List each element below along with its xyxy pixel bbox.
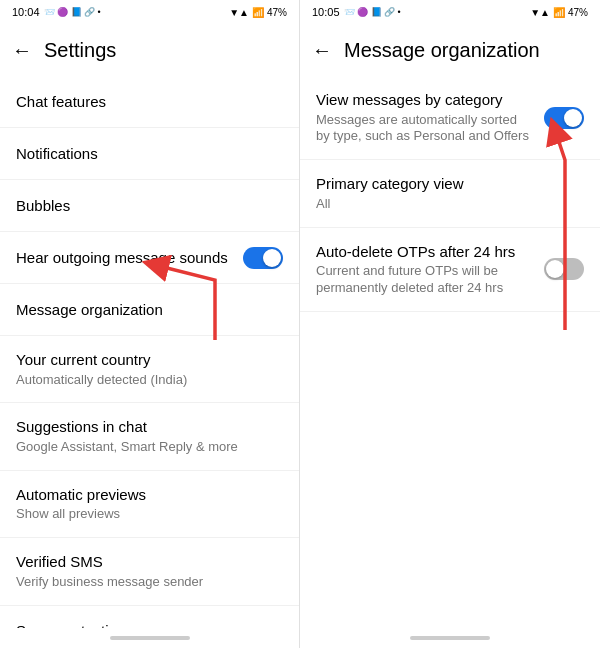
chat-features-label: Chat features bbox=[16, 92, 283, 112]
country-sublabel: Automatically detected (India) bbox=[16, 372, 283, 389]
spam-label: Spam protection bbox=[16, 621, 283, 628]
settings-item-auto-delete-otps[interactable]: Auto-delete OTPs after 24 hrs Current an… bbox=[300, 228, 600, 312]
toggle-knob bbox=[263, 249, 281, 267]
right-status-bar: 10:05 📨 🟣 📘 🔗 • ▼▲ 📶 47% bbox=[300, 0, 600, 24]
settings-item-chat-features[interactable]: Chat features bbox=[0, 76, 299, 128]
settings-item-primary-category[interactable]: Primary category view All bbox=[300, 160, 600, 227]
wifi-icon: ▼▲ bbox=[229, 7, 249, 18]
settings-item-notifications[interactable]: Notifications bbox=[0, 128, 299, 180]
bubbles-label: Bubbles bbox=[16, 196, 283, 216]
time-display: 10:04 bbox=[12, 6, 40, 18]
right-notification-icons: 📨 🟣 📘 🔗 • bbox=[344, 7, 401, 17]
settings-item-suggestions[interactable]: Suggestions in chat Google Assistant, Sm… bbox=[0, 403, 299, 470]
settings-item-bubbles[interactable]: Bubbles bbox=[0, 180, 299, 232]
left-status-time: 10:04 📨 🟣 📘 🔗 • bbox=[12, 6, 101, 18]
auto-delete-toggle-knob bbox=[546, 260, 564, 278]
hear-outgoing-toggle[interactable] bbox=[243, 247, 283, 269]
hear-outgoing-label: Hear outgoing message sounds bbox=[16, 248, 243, 268]
right-home-bar bbox=[410, 636, 490, 640]
app-container: 10:04 📨 🟣 📘 🔗 • ▼▲ 📶 47% ← Settings Chat… bbox=[0, 0, 600, 648]
back-button[interactable]: ← bbox=[8, 39, 36, 62]
settings-item-auto-previews[interactable]: Automatic previews Show all previews bbox=[0, 471, 299, 538]
home-bar bbox=[110, 636, 190, 640]
view-by-category-label: View messages by category bbox=[316, 90, 534, 110]
settings-item-hear-outgoing[interactable]: Hear outgoing message sounds bbox=[0, 232, 299, 284]
left-status-bar: 10:04 📨 🟣 📘 🔗 • ▼▲ 📶 47% bbox=[0, 0, 299, 24]
notifications-label: Notifications bbox=[16, 144, 283, 164]
primary-category-sublabel: All bbox=[316, 196, 584, 213]
auto-delete-label: Auto-delete OTPs after 24 hrs bbox=[316, 242, 534, 262]
verified-sms-sublabel: Verify business message sender bbox=[16, 574, 283, 591]
notification-icons: 📨 🟣 📘 🔗 • bbox=[44, 7, 101, 17]
auto-previews-sublabel: Show all previews bbox=[16, 506, 283, 523]
message-org-label: Message organization bbox=[16, 300, 283, 320]
left-status-icons: ▼▲ 📶 47% bbox=[229, 7, 287, 18]
verified-sms-label: Verified SMS bbox=[16, 552, 283, 572]
primary-category-label: Primary category view bbox=[316, 174, 584, 194]
settings-list: Chat features Notifications Bubbles Hear… bbox=[0, 76, 299, 628]
suggestions-label: Suggestions in chat bbox=[16, 417, 283, 437]
view-by-category-toggle[interactable] bbox=[544, 107, 584, 129]
right-signal-icon: 📶 bbox=[553, 7, 565, 18]
message-org-title: Message organization bbox=[344, 39, 540, 62]
auto-delete-toggle[interactable] bbox=[544, 258, 584, 280]
suggestions-sublabel: Google Assistant, Smart Reply & more bbox=[16, 439, 283, 456]
right-battery-display: 47% bbox=[568, 7, 588, 18]
right-wifi-icon: ▼▲ bbox=[530, 7, 550, 18]
battery-display: 47% bbox=[267, 7, 287, 18]
message-org-panel: 10:05 📨 🟣 📘 🔗 • ▼▲ 📶 47% ← Message organ… bbox=[300, 0, 600, 648]
settings-item-message-org[interactable]: Message organization bbox=[0, 284, 299, 336]
country-label: Your current country bbox=[16, 350, 283, 370]
right-time-display: 10:05 bbox=[312, 6, 340, 18]
view-category-toggle-knob bbox=[564, 109, 582, 127]
settings-item-spam[interactable]: Spam protection bbox=[0, 606, 299, 628]
auto-previews-label: Automatic previews bbox=[16, 485, 283, 505]
auto-delete-sublabel: Current and future OTPs will be permanen… bbox=[316, 263, 534, 297]
settings-item-view-by-category[interactable]: View messages by category Messages are a… bbox=[300, 76, 600, 160]
right-home-indicator bbox=[300, 628, 600, 648]
view-by-category-sublabel: Messages are automatically sorted by typ… bbox=[316, 112, 534, 146]
message-org-list: View messages by category Messages are a… bbox=[300, 76, 600, 628]
right-back-button[interactable]: ← bbox=[308, 39, 336, 62]
signal-icon: 📶 bbox=[252, 7, 264, 18]
settings-item-country[interactable]: Your current country Automatically detec… bbox=[0, 336, 299, 403]
left-header: ← Settings bbox=[0, 24, 299, 76]
left-home-indicator bbox=[0, 628, 299, 648]
settings-item-verified-sms[interactable]: Verified SMS Verify business message sen… bbox=[0, 538, 299, 605]
right-header: ← Message organization bbox=[300, 24, 600, 76]
settings-title: Settings bbox=[44, 39, 116, 62]
settings-panel: 10:04 📨 🟣 📘 🔗 • ▼▲ 📶 47% ← Settings Chat… bbox=[0, 0, 300, 648]
